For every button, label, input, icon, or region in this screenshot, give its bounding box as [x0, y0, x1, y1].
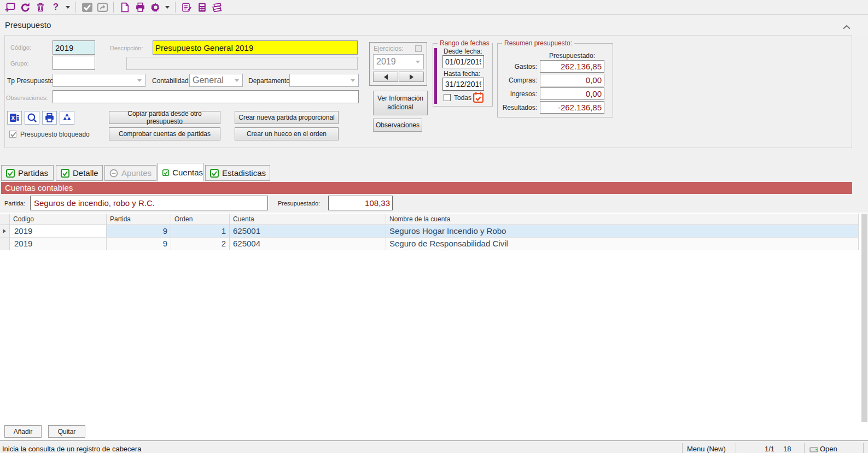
column-header-nombre[interactable]: Nombre de la cuenta [386, 214, 859, 225]
departamento-select[interactable] [289, 74, 359, 87]
accent-bar [434, 48, 437, 104]
resultados-label: Resultados: [498, 104, 537, 111]
todas-label: Todas [454, 94, 471, 102]
tab-partidas[interactable]: Partidas [1, 165, 54, 181]
notes-icon[interactable] [180, 1, 193, 14]
cell-partida[interactable]: 9 [107, 238, 171, 250]
codigo-input[interactable] [53, 40, 95, 55]
calendar-button[interactable] [473, 92, 484, 105]
main-toolbar: ? [0, 0, 868, 15]
cell-partida[interactable]: 9 [107, 225, 171, 238]
settings-gear-icon[interactable] [149, 1, 162, 14]
rango-fechas-group: Rango de fechas Desde fecha: Hasta fecha… [433, 43, 493, 107]
open-window-icon[interactable] [96, 1, 109, 14]
bloqueado-label: Presupuesto bloqueado [20, 131, 90, 138]
contabilidad-label: Contabilidad: [152, 77, 190, 85]
undo-icon[interactable] [19, 1, 32, 14]
tab-apuntes[interactable]: Apuntes [104, 165, 156, 181]
status-bar: Inicia la consulta de un registro de cab… [0, 440, 868, 453]
settings-more-icon[interactable] [165, 6, 170, 9]
print-budget-button[interactable] [42, 111, 57, 125]
todas-checkbox[interactable] [444, 94, 451, 101]
cell-codigo[interactable]: 2019 [10, 238, 107, 250]
desde-fecha-input[interactable] [442, 55, 484, 68]
export-excel-button[interactable]: X [7, 111, 22, 125]
comprobar-cuentas-button[interactable]: Comprobar cuentas de partidas [109, 127, 220, 140]
column-header-cuenta[interactable]: Cuenta [230, 214, 386, 225]
descripcion-input[interactable] [153, 40, 358, 55]
column-header-orden[interactable]: Orden [171, 214, 230, 225]
table-row[interactable]: 2019 9 2 625004 Seguro de Responsabilida… [0, 238, 859, 250]
chevron-down-icon [351, 79, 355, 82]
confirm-icon[interactable] [80, 1, 94, 14]
toolbar-separator [75, 2, 76, 13]
arrow-right-icon [410, 74, 413, 80]
calculator-icon[interactable] [195, 1, 208, 14]
hasta-fecha-input[interactable] [442, 78, 484, 91]
tp-presupuesto-select[interactable] [53, 74, 145, 87]
cell-codigo[interactable]: 2019 [10, 225, 107, 238]
table-row[interactable]: 2019 9 1 625001 Seguros Hogar Incendio y… [0, 225, 859, 238]
tab-detalle[interactable]: Detalle [56, 165, 103, 181]
app-window: ? Presupuesto [0, 0, 868, 453]
chevron-down-icon [137, 79, 142, 82]
column-header-partida[interactable]: Partida [107, 214, 171, 225]
cell-orden[interactable]: 2 [171, 238, 230, 250]
check-icon [9, 130, 18, 138]
observaciones-button[interactable]: Observaciones [373, 119, 422, 132]
help-more-icon[interactable] [66, 6, 70, 9]
add-row-button[interactable]: Añadir [4, 425, 42, 438]
contabilidad-select[interactable]: General [189, 74, 243, 87]
print-icon[interactable] [133, 1, 147, 14]
delete-icon[interactable] [34, 1, 47, 14]
collapse-panel-button[interactable] [843, 22, 850, 32]
connection-status: Open [820, 445, 837, 453]
cell-orden[interactable]: 1 [171, 225, 230, 238]
status-message: Inicia la consulta de un registro de cab… [2, 445, 141, 453]
crear-partida-proporcional-button[interactable]: Crear nueva partida proporcional [235, 111, 339, 124]
calendar-icon [473, 92, 484, 103]
cell-nombre[interactable]: Seguros Hogar Incendio y Robo [386, 225, 859, 238]
cell-cuenta[interactable]: 625001 [230, 225, 386, 238]
ver-informacion-button[interactable]: Ver Información adicional [373, 91, 428, 115]
copiar-partida-button[interactable]: Copiar partida desde otro presupuesto [109, 111, 220, 124]
presupuestado-input[interactable] [328, 196, 393, 210]
partida-input[interactable] [30, 196, 268, 210]
arrow-left-icon [384, 74, 388, 80]
prev-ejercicio-button[interactable] [373, 72, 398, 82]
record-position: 1/1 [765, 445, 774, 453]
ingresos-value: 0,00 [540, 87, 604, 100]
svg-text:X: X [11, 115, 15, 121]
grid-scrollbar[interactable] [861, 214, 867, 422]
tab-cuentas[interactable]: Cuentas [158, 163, 203, 181]
cell-cuenta[interactable]: 625004 [230, 238, 386, 250]
status-separator [736, 443, 736, 453]
minus-circle-icon [109, 169, 118, 178]
observaciones-label: Observaciones: [6, 95, 48, 101]
desde-fecha-label: Desde fecha: [444, 48, 482, 55]
cell-nombre[interactable]: Seguro de Responsabilidad Civil [386, 238, 859, 250]
chevron-up-icon [843, 25, 850, 30]
new-record-icon[interactable] [3, 1, 16, 14]
contabilidad-value: General [193, 75, 224, 85]
ingresos-label: Ingresos: [498, 90, 537, 98]
descripcion-label: Descripción: [110, 45, 143, 51]
tab-label: Estadisticas [222, 168, 266, 178]
document-icon[interactable] [118, 1, 131, 14]
ejercicios-select[interactable]: 2019 [373, 54, 424, 69]
observaciones-input[interactable] [53, 90, 359, 103]
help-icon[interactable]: ? [49, 1, 62, 14]
ejercicios-checkbox[interactable] [415, 45, 422, 52]
bloqueado-checkbox[interactable] [9, 131, 16, 138]
column-header-codigo[interactable]: Codigo [10, 214, 107, 225]
next-ejercicio-button[interactable] [399, 72, 424, 82]
recycle-icon [62, 113, 72, 123]
grupo-input[interactable] [53, 56, 95, 70]
row-selector-cell [0, 238, 10, 250]
crear-hueco-button[interactable]: Crear un hueco en el orden [235, 127, 339, 140]
remove-row-button[interactable]: Quitar [48, 425, 85, 438]
preview-button[interactable] [25, 111, 39, 125]
books-icon[interactable] [211, 1, 224, 14]
recalculate-button[interactable] [60, 111, 74, 125]
tab-estadisticas[interactable]: Estadisticas [205, 165, 270, 181]
